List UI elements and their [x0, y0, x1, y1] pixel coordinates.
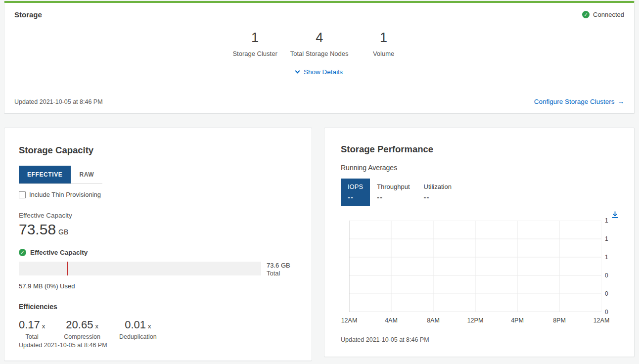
tab-utilization-value: -- [424, 193, 452, 201]
efficiency-compression: 20.65 x Compression [64, 318, 100, 340]
x-tick: 8AM [427, 317, 440, 324]
show-details-label: Show Details [304, 68, 343, 76]
thin-provisioning-checkbox[interactable] [19, 191, 26, 198]
efficiency-value: 0.01 [125, 318, 146, 331]
efficiency-total: 0.17 x Total [19, 318, 45, 340]
capacity-updated-text: Updated 2021-10-05 at 8:46 PM [19, 342, 107, 349]
y-tick: 0 [605, 290, 608, 297]
configure-storage-clusters-link[interactable]: Configure Storage Clusters → [534, 98, 624, 105]
efficiency-multiplier: x [95, 322, 98, 330]
effective-capacity-value: 73.58 [19, 221, 56, 238]
capacity-used-text: 57.9 MB (0%) Used [19, 282, 298, 290]
chart-gridlines [349, 221, 601, 312]
chart-y-axis: 1 1 1 0 0 0 [601, 221, 620, 312]
y-tick: 0 [605, 309, 608, 316]
stat-value: 1 [362, 31, 406, 46]
tab-utilization-label: Utilization [424, 183, 452, 190]
capacity-threshold-marker [67, 262, 68, 275]
storage-stats: 1 Storage Cluster 4 Total Storage Nodes … [14, 31, 624, 57]
performance-panel-footer: Updated 2021-10-05 at 8:46 PM [341, 335, 620, 344]
stat-value: 1 [232, 31, 277, 46]
x-tick: 4PM [511, 317, 524, 324]
stat-value: 4 [290, 31, 349, 46]
capacity-bar-row: 73.6 GB Total [19, 262, 298, 278]
efficiency-multiplier: x [148, 322, 151, 330]
tab-iops-value: -- [348, 193, 363, 201]
tab-throughput-label: Throughput [377, 183, 410, 190]
efficiency-multiplier: x [42, 322, 46, 330]
storage-dashboard: Storage ✓ Connected 1 Storage Cluster 4 … [0, 0, 639, 361]
connection-status: ✓ Connected [582, 11, 624, 18]
show-details-link[interactable]: Show Details [296, 68, 343, 76]
performance-updated-text: Updated 2021-10-05 at 8:46 PM [341, 336, 429, 343]
tab-iops[interactable]: IOPS -- [341, 179, 370, 206]
storage-updated-text: Updated 2021-10-05 at 8:46 PM [14, 98, 103, 105]
stat-label: Volume [362, 50, 406, 57]
stat-label: Total Storage Nodes [290, 50, 349, 57]
y-tick: 1 [605, 235, 608, 242]
connected-check-icon: ✓ [582, 11, 590, 18]
capacity-bar-title-row: ✓ Effective Capacity [19, 249, 298, 256]
stat-volume: 1 Volume [362, 31, 406, 57]
storage-panel-footer: Updated 2021-10-05 at 8:46 PM Configure … [14, 98, 624, 105]
efficiency-label: Deduplication [119, 333, 157, 340]
capacity-usage-bar [19, 262, 261, 275]
x-tick: 12AM [593, 317, 610, 324]
configure-storage-clusters-label: Configure Storage Clusters [534, 98, 615, 105]
y-tick: 1 [605, 217, 608, 224]
chart-toolbar [341, 211, 620, 218]
capacity-panel-footer: Updated 2021-10-05 at 8:46 PM [19, 340, 298, 349]
capacity-total: 73.6 GB Total [267, 262, 290, 278]
effective-capacity-label: Effective Capacity [19, 212, 298, 219]
efficiencies-row: 0.17 x Total 20.65 x Compression 0.01 x [19, 318, 298, 340]
efficiency-value: 20.65 [66, 318, 93, 331]
effective-capacity-value-row: 73.58 GB [19, 221, 298, 238]
chart-x-axis: 12AM 4AM 8AM 12PM 4PM 8PM 12AM [349, 317, 601, 327]
efficiencies-title: Efficiencies [19, 303, 298, 311]
performance-tab-bar: IOPS -- Throughput -- Utilization -- [341, 179, 458, 206]
tab-iops-label: IOPS [348, 183, 363, 190]
x-tick: 4AM [385, 317, 398, 324]
efficiency-value: 0.17 [19, 318, 40, 331]
thin-provisioning-label: Include Thin Provisioning [29, 191, 101, 198]
storage-performance-panel: Storage Performance Running Averages IOP… [324, 128, 635, 357]
x-tick: 8PM [553, 317, 566, 324]
lower-panels: Storage Capacity EFFECTIVE RAW Include T… [4, 128, 635, 361]
storage-panel-header: Storage ✓ Connected [14, 3, 624, 19]
chevron-down-icon [295, 68, 300, 73]
capacity-total-value: 73.6 GB [267, 262, 290, 270]
arrow-right-icon: → [618, 98, 625, 105]
capacity-bar-title: Effective Capacity [30, 249, 88, 256]
storage-performance-title: Storage Performance [341, 144, 620, 155]
chart-plot-area [349, 221, 601, 312]
y-tick: 1 [605, 254, 608, 261]
connection-status-label: Connected [593, 11, 624, 18]
efficiency-deduplication: 0.01 x Deduplication [119, 318, 157, 340]
y-tick: 0 [605, 272, 608, 279]
tab-utilization[interactable]: Utilization -- [417, 179, 458, 206]
tab-throughput[interactable]: Throughput -- [370, 179, 417, 206]
running-averages-label: Running Averages [341, 164, 620, 172]
storage-panel: Storage ✓ Connected 1 Storage Cluster 4 … [4, 1, 635, 114]
storage-capacity-title: Storage Capacity [19, 145, 298, 156]
capacity-check-icon: ✓ [19, 249, 26, 256]
download-icon[interactable] [612, 211, 618, 218]
tab-throughput-value: -- [377, 193, 410, 201]
stat-label: Storage Cluster [232, 50, 277, 57]
storage-capacity-panel: Storage Capacity EFFECTIVE RAW Include T… [4, 128, 312, 361]
efficiency-label: Compression [64, 333, 100, 340]
storage-panel-title: Storage [14, 10, 42, 19]
tab-effective[interactable]: EFFECTIVE [19, 166, 71, 183]
efficiency-label: Total [19, 333, 45, 340]
iops-chart: 1 1 1 0 0 0 [349, 221, 620, 312]
tab-raw[interactable]: RAW [71, 166, 102, 183]
effective-capacity-unit: GB [58, 228, 68, 236]
stat-storage-cluster: 1 Storage Cluster [232, 31, 277, 57]
stat-total-storage-nodes: 4 Total Storage Nodes [290, 31, 349, 57]
x-tick: 12PM [467, 317, 484, 324]
x-tick: 12AM [341, 317, 358, 324]
capacity-total-label: Total [267, 270, 290, 277]
thin-provisioning-row: Include Thin Provisioning [19, 191, 298, 198]
capacity-tab-bar: EFFECTIVE RAW [19, 166, 102, 184]
